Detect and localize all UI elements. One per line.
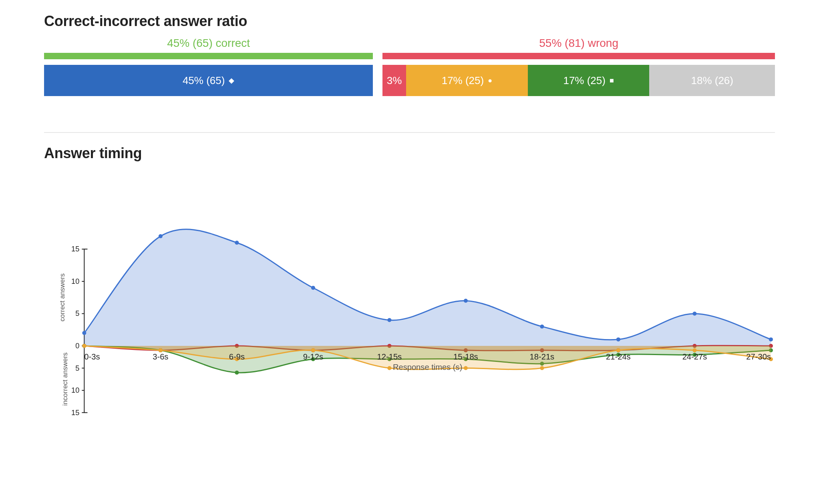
ratio-seg-label: 17% (25) <box>563 74 606 87</box>
ratio-seg-green: 17% (25) <box>528 65 650 96</box>
series-dot-blue <box>540 325 544 329</box>
ratio-seg-blue: 45% (65) <box>44 65 373 96</box>
x-tick: 3-6s <box>153 352 168 361</box>
ratio-thick-bars: 45% (65) 3%17% (25)17% (25)18% (26) <box>44 65 775 96</box>
timing-title: Answer timing <box>44 145 775 162</box>
ratio-thick-correct: 45% (65) <box>44 65 373 96</box>
ratio-seg-label: 17% (25) <box>442 74 484 87</box>
ratio-thick-wrong: 3%17% (25)17% (25)18% (26) <box>382 65 775 96</box>
y-tick-top: 5 <box>75 310 79 318</box>
timing-chart: correct answers incorrect answers 051015… <box>44 218 775 442</box>
series-dot-blue <box>692 311 696 315</box>
ratio-seg-symbol <box>488 76 492 85</box>
ratio-seg-label: 45% (65) <box>183 74 225 87</box>
series-dot-blue <box>82 331 86 335</box>
series-dot-blue <box>159 234 163 238</box>
ratio-seg-label: 18% (26) <box>691 74 733 87</box>
x-tick: 15-18s <box>453 352 478 361</box>
series-dot-blue <box>769 337 773 341</box>
series-dot-green <box>235 371 239 375</box>
y-tick-top: 10 <box>71 277 79 285</box>
x-tick: 6-9s <box>229 352 245 361</box>
ratio-seg-symbol <box>229 76 234 85</box>
x-tick: 24-27s <box>682 352 707 361</box>
series-dot-orange <box>692 348 696 352</box>
x-tick: 9-12s <box>303 352 323 361</box>
series-dot-blue <box>387 318 391 322</box>
ratio-summary-labels: 45% (65) correct 55% (81) wrong <box>44 37 775 52</box>
y-tick-bottom: 10 <box>71 386 79 394</box>
ratio-seg-red: 3% <box>382 65 406 96</box>
series-dot-blue <box>235 241 239 245</box>
series-dot-orange <box>616 348 620 352</box>
ratio-seg-symbol <box>610 76 614 85</box>
series-dot-blue <box>464 299 468 303</box>
ratio-wrong-label: 55% (81) wrong <box>382 37 775 52</box>
series-area-blue <box>84 229 771 346</box>
ratio-slim-wrong <box>382 53 775 59</box>
x-axis-title: Response times (s) <box>393 363 462 371</box>
x-tick: 0-3s <box>84 352 100 361</box>
x-tick: 12-15s <box>377 352 402 361</box>
series-dot-orange <box>82 344 86 348</box>
ratio-seg-grey: 18% (26) <box>649 65 775 96</box>
series-dot-orange <box>311 348 315 352</box>
series-dot-orange <box>159 348 163 352</box>
x-tick: 21-24s <box>606 352 631 361</box>
series-dot-orange <box>540 366 544 370</box>
ratio-slim-bars <box>44 53 775 59</box>
y-tick-top: 15 <box>71 245 79 253</box>
ratio-seg-label: 3% <box>387 74 402 87</box>
x-tick: 18-21s <box>530 352 555 361</box>
ratio-title: Correct-incorrect answer ratio <box>44 13 775 30</box>
ratio-seg-orange: 17% (25) <box>406 65 528 96</box>
y-tick-bottom: 5 <box>75 364 79 372</box>
series-dot-orange <box>387 366 391 370</box>
ratio-slim-correct <box>44 53 373 59</box>
section-divider <box>44 132 775 133</box>
series-dot-orange <box>464 366 468 370</box>
series-dot-blue <box>311 286 315 290</box>
timing-svg: 051015510150-3s3-6s6-9s9-12s12-15s15-18s… <box>65 218 775 442</box>
ratio-correct-label: 45% (65) correct <box>44 37 373 52</box>
y-tick-bottom: 15 <box>71 409 79 417</box>
series-dot-blue <box>616 337 620 341</box>
x-tick: 27-30s <box>746 352 771 361</box>
y-tick-top: 0 <box>75 342 79 350</box>
